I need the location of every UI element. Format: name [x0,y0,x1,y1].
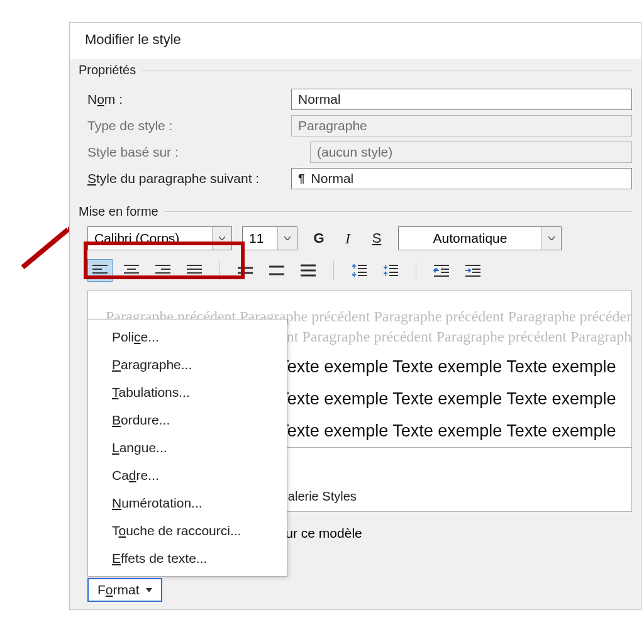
para-space-increase-button[interactable] [347,259,372,282]
formatting-group-label: Mise en forme [70,201,641,221]
line-spacing-1-button[interactable] [233,259,258,282]
row-type: Type de style : Paragraphe [87,115,632,136]
input-next-style[interactable]: ¶ Normal [291,168,632,189]
label-type: Type de style : [87,118,282,133]
formatting-toolbar-2 [70,255,641,288]
bold-button[interactable]: G [308,227,330,250]
align-right-button[interactable] [150,259,175,282]
format-menu-item[interactable]: Effets de texte... [88,545,287,572]
para-space-decrease-icon [382,264,399,277]
chevron-down-icon [548,236,555,240]
format-menu-item[interactable]: Paragraphe... [88,351,287,379]
format-menu-item[interactable]: Touche de raccourci... [88,517,287,545]
font-color-combo[interactable]: Automatique [398,226,562,250]
format-menu-item[interactable]: Police... [88,323,287,351]
font-combo-dropdown[interactable] [212,227,231,250]
label-next-style: Style du paragraphe suivant : [87,171,282,186]
bold-italic-underline-group: G I S [308,227,388,250]
para-space-decrease-button[interactable] [378,259,403,282]
underline-button[interactable]: S [365,227,388,250]
align-right-icon [155,264,171,277]
label-based-on: Style basé sur : [87,145,282,160]
svg-line-0 [23,230,68,267]
align-left-button[interactable] [87,259,113,282]
formatting-toolbar-1: Calibri (Corps) 11 G I S Automatique [70,221,641,255]
label-name: Nom : [87,92,282,107]
align-justify-button[interactable] [182,259,207,282]
font-combo[interactable]: Calibri (Corps) [87,226,232,250]
format-menu-item[interactable]: Bordure... [88,406,287,434]
triangle-down-icon [146,588,152,592]
indent-increase-button[interactable] [460,259,486,282]
chevron-down-icon [219,236,225,240]
modify-style-dialog: Modifier le style Propriétés Nom : Norma… [69,22,641,610]
row-based-on: Style basé sur : (aucun style) [87,142,632,163]
line-spacing-2-button[interactable] [296,259,321,282]
format-button[interactable]: Format [87,578,162,602]
chevron-down-icon [284,236,291,240]
format-menu-item[interactable]: Cadre... [88,462,287,489]
dialog-title: Modifier le style [70,23,641,59]
format-menu-item[interactable]: Numérotation... [88,489,287,517]
properties-group-label: Propriétés [70,59,641,80]
font-size-combo[interactable]: 11 [242,226,297,250]
separator [416,261,416,280]
input-based-on: (aucun style) [310,142,632,163]
pilcrow-icon: ¶ [298,172,305,186]
format-menu-item[interactable]: Langue... [88,434,287,462]
indent-decrease-icon [433,264,450,277]
italic-button[interactable]: I [336,227,359,250]
format-menu-item[interactable]: Tabulations... [88,379,287,406]
indent-decrease-button[interactable] [429,259,454,282]
line-spacing-2-icon [300,264,316,277]
align-left-icon [92,264,108,277]
indent-increase-icon [465,264,481,277]
line-spacing-1-5-icon [269,264,285,277]
separator [219,261,220,280]
properties-group: Nom : Normal Type de style : Paragraphe … [70,80,641,201]
input-type: Paragraphe [291,115,632,136]
separator [333,261,334,280]
row-name: Nom : Normal [87,89,632,110]
format-menu: Police...Paragraphe...Tabulations...Bord… [87,319,287,577]
row-next-style: Style du paragraphe suivant : ¶ Normal [87,168,632,189]
align-center-button[interactable] [119,259,144,282]
align-center-icon [123,264,140,277]
line-spacing-1-icon [237,264,253,277]
font-color-dropdown[interactable] [541,227,561,250]
input-name[interactable]: Normal [291,89,632,110]
line-spacing-1-5-button[interactable] [264,259,289,282]
align-justify-icon [186,264,203,277]
callout-arrow-icon [18,217,74,274]
para-space-increase-icon [351,264,367,277]
font-size-dropdown[interactable] [277,227,297,250]
